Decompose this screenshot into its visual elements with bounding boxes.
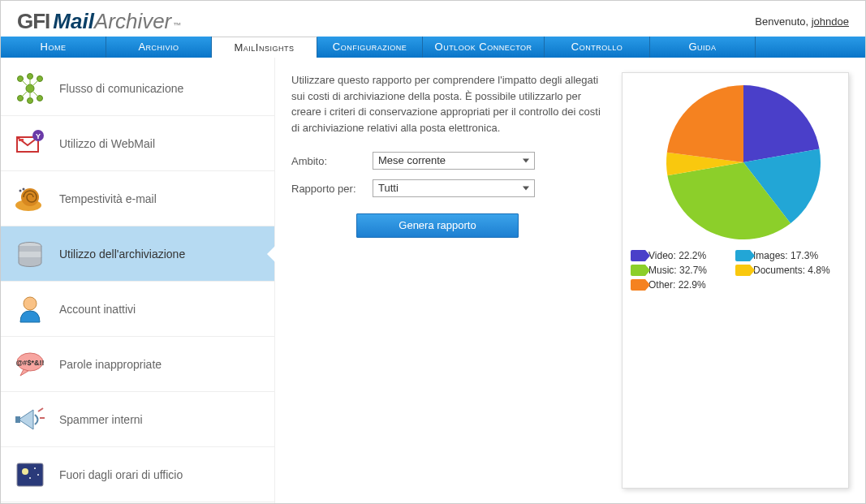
pie-chart	[638, 81, 833, 243]
sidebar-item-email-timeliness[interactable]: Tempestività e-mail	[1, 171, 274, 226]
legend-label: Images: 17.3%	[753, 250, 818, 261]
svg-point-29	[22, 468, 28, 475]
svg-point-31	[37, 474, 39, 476]
legend-swatch	[631, 250, 645, 261]
nav-archivio[interactable]: Archivio	[106, 37, 212, 58]
legend-label: Other: 22.9%	[648, 279, 706, 291]
sidebar-item-inappropriate-words[interactable]: @#$*&!! Parole inappropriate	[1, 337, 274, 392]
webmail-icon: Y	[12, 126, 48, 162]
legend-label: Video: 22.2%	[648, 250, 706, 261]
legend-item-images: Images: 17.3%	[735, 250, 840, 261]
svg-line-26	[38, 408, 43, 411]
main-panel: Utilizzare questo rapporto per comprende…	[275, 58, 865, 503]
chart-legend: Video: 22.2%Images: 17.3%Music: 32.7%Doc…	[631, 250, 840, 294]
svg-point-20	[23, 187, 25, 190]
svg-rect-14	[19, 139, 24, 141]
report-for-select[interactable]: Tutti	[373, 179, 535, 197]
svg-line-9	[20, 88, 30, 98]
legend-swatch	[735, 250, 750, 261]
svg-text:@#$*&!!: @#$*&!!	[16, 359, 45, 367]
report-for-label: Rapporto per:	[291, 183, 373, 195]
legend-swatch	[631, 279, 645, 291]
speech-bubble-icon: @#$*&!!	[12, 347, 48, 382]
sidebar-item-label: Account inattivi	[59, 303, 136, 316]
sidebar-item-inactive-accounts[interactable]: Account inattivi	[1, 282, 274, 337]
report-for-row: Rapporto per: Tutti	[291, 179, 605, 197]
pie-slice-video	[743, 85, 820, 162]
svg-line-8	[30, 79, 40, 88]
svg-point-32	[29, 477, 31, 479]
legend-item-music: Music: 32.7%	[631, 265, 735, 276]
generate-report-button[interactable]: Genera rapporto	[356, 213, 519, 238]
scope-row: Ambito: Mese corrente	[291, 152, 605, 170]
header: GFI MailArchiver™ Benvenuto, johndoe	[1, 1, 865, 37]
sidebar-item-label: Spammer interni	[59, 413, 143, 426]
sidebar-item-communication-flow[interactable]: Flusso di comunicazione	[1, 61, 274, 116]
svg-point-19	[19, 189, 22, 192]
svg-text:Y: Y	[36, 132, 41, 140]
svg-point-30	[34, 467, 36, 469]
legend-swatch	[735, 265, 750, 276]
sidebar-item-storage-usage[interactable]: Utilizzo dell'archiviazione	[1, 226, 274, 282]
network-icon	[12, 71, 48, 106]
main-navbar: Home Archivio MailInsights Configurazion…	[1, 37, 865, 58]
nav-outlook-connector[interactable]: Outlook Connector	[423, 37, 545, 58]
sidebar-item-webmail-usage[interactable]: Y Utilizzo di WebMail	[1, 116, 274, 171]
megaphone-icon	[12, 402, 48, 437]
legend-swatch	[631, 265, 645, 276]
legend-label: Documents: 4.8%	[753, 265, 830, 276]
sidebar-item-label: Utilizzo di WebMail	[59, 137, 155, 150]
legend-item-video: Video: 22.2%	[631, 250, 735, 261]
legend-label: Music: 32.7%	[648, 265, 707, 276]
username-link[interactable]: johndoe	[812, 15, 849, 28]
report-config-panel: Utilizzare questo rapporto per comprende…	[291, 72, 605, 489]
sidebar-item-label: Parole inappropriate	[59, 358, 162, 371]
nav-configurazione[interactable]: Configurazione	[317, 37, 423, 58]
sidebar-item-internal-spammers[interactable]: Spammer interni	[1, 392, 274, 447]
sidebar: Flusso di comunicazione Y Utilizzo di We…	[1, 58, 275, 503]
chart-panel: Video: 22.2%Images: 17.3%Music: 32.7%Doc…	[622, 72, 849, 489]
trademark-symbol: ™	[173, 21, 181, 30]
nav-mailinsights[interactable]: MailInsights	[212, 37, 317, 58]
scope-select[interactable]: Mese corrente	[373, 152, 535, 170]
app-logo: GFI MailArchiver™	[17, 9, 181, 34]
nav-home[interactable]: Home	[1, 37, 106, 58]
scope-label: Ambito:	[291, 155, 373, 167]
logo-gfi-text: GFI	[17, 9, 50, 34]
pie-slice-other	[667, 85, 743, 162]
report-description: Utilizzare questo rapporto per comprende…	[291, 72, 605, 136]
content-area: Flusso di comunicazione Y Utilizzo di We…	[1, 58, 865, 503]
sidebar-item-label: Flusso di comunicazione	[59, 82, 183, 95]
database-icon	[12, 236, 48, 272]
nav-controllo[interactable]: Controllo	[545, 37, 650, 58]
svg-line-7	[20, 79, 30, 88]
pie-chart-svg	[638, 81, 833, 243]
svg-line-10	[30, 88, 40, 98]
snail-icon	[12, 181, 48, 217]
logo-archiver-text: Archiver	[94, 9, 171, 34]
sidebar-item-label: Fuori dagli orari di ufficio	[59, 468, 183, 481]
sidebar-item-label: Utilizzo dell'archiviazione	[59, 248, 185, 261]
legend-item-other: Other: 22.9%	[631, 279, 735, 291]
svg-rect-25	[15, 416, 20, 423]
sidebar-item-out-of-hours[interactable]: Fuori dagli orari di ufficio	[1, 447, 274, 502]
sidebar-item-label: Tempestività e-mail	[59, 192, 157, 205]
svg-rect-28	[17, 463, 43, 486]
night-window-icon	[12, 457, 48, 493]
logo-mail-text: Mail	[53, 9, 94, 34]
welcome-message: Benvenuto, johndoe	[755, 15, 849, 28]
svg-point-22	[24, 297, 37, 310]
legend-item-documents: Documents: 4.8%	[735, 265, 840, 276]
user-icon	[12, 291, 48, 327]
nav-guida[interactable]: Guida	[650, 37, 756, 58]
